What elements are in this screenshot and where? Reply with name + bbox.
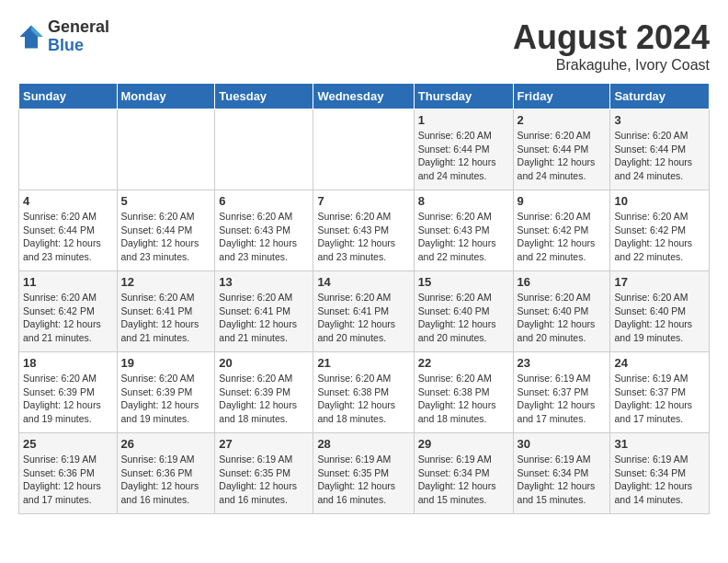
day-number: 8 (418, 194, 509, 208)
day-number: 28 (317, 437, 409, 451)
logo-icon (18, 24, 44, 50)
day-number: 19 (121, 356, 211, 370)
day-number: 17 (614, 275, 705, 289)
title-block: August 2024 Brakaguhe, Ivory Coast (513, 18, 710, 74)
day-info: Sunrise: 6:20 AM Sunset: 6:44 PM Dayligh… (518, 129, 607, 183)
calendar-cell-w2-d3: 6Sunrise: 6:20 AM Sunset: 6:43 PM Daylig… (215, 190, 313, 271)
calendar-week-2: 4Sunrise: 6:20 AM Sunset: 6:44 PM Daylig… (19, 190, 710, 271)
day-number: 12 (121, 275, 211, 289)
day-info: Sunrise: 6:19 AM Sunset: 6:37 PM Dayligh… (518, 372, 607, 426)
day-number: 5 (121, 194, 211, 208)
page-header: General Blue August 2024 Brakaguhe, Ivor… (18, 18, 710, 74)
calendar-cell-w3-d2: 12Sunrise: 6:20 AM Sunset: 6:41 PM Dayli… (117, 271, 215, 352)
day-info: Sunrise: 6:20 AM Sunset: 6:41 PM Dayligh… (121, 291, 211, 345)
day-info: Sunrise: 6:20 AM Sunset: 6:40 PM Dayligh… (518, 291, 607, 345)
day-number: 25 (23, 437, 113, 451)
day-number: 4 (23, 194, 113, 208)
day-number: 10 (614, 194, 705, 208)
calendar-cell-w2-d6: 9Sunrise: 6:20 AM Sunset: 6:42 PM Daylig… (513, 190, 610, 271)
calendar-cell-w5-d7: 31Sunrise: 6:19 AM Sunset: 6:34 PM Dayli… (610, 433, 710, 514)
day-number: 30 (518, 437, 607, 451)
calendar-week-5: 25Sunrise: 6:19 AM Sunset: 6:36 PM Dayli… (19, 433, 710, 514)
day-number: 15 (418, 275, 509, 289)
day-info: Sunrise: 6:20 AM Sunset: 6:38 PM Dayligh… (317, 372, 409, 426)
day-number: 20 (219, 356, 309, 370)
calendar-cell-w3-d6: 16Sunrise: 6:20 AM Sunset: 6:40 PM Dayli… (513, 271, 610, 352)
calendar-cell-w2-d4: 7Sunrise: 6:20 AM Sunset: 6:43 PM Daylig… (313, 190, 414, 271)
day-info: Sunrise: 6:20 AM Sunset: 6:43 PM Dayligh… (219, 210, 309, 264)
day-number: 6 (219, 194, 309, 208)
calendar-cell-w5-d6: 30Sunrise: 6:19 AM Sunset: 6:34 PM Dayli… (513, 433, 610, 514)
day-info: Sunrise: 6:19 AM Sunset: 6:36 PM Dayligh… (121, 453, 211, 507)
day-number: 14 (317, 275, 409, 289)
day-info: Sunrise: 6:20 AM Sunset: 6:39 PM Dayligh… (23, 372, 113, 426)
month-title: August 2024 (513, 18, 710, 57)
calendar-cell-w1-d6: 2Sunrise: 6:20 AM Sunset: 6:44 PM Daylig… (513, 109, 610, 190)
day-info: Sunrise: 6:20 AM Sunset: 6:42 PM Dayligh… (614, 210, 705, 264)
logo: General Blue (18, 18, 109, 55)
calendar-cell-w4-d5: 22Sunrise: 6:20 AM Sunset: 6:38 PM Dayli… (414, 352, 513, 433)
calendar-cell-w5-d1: 25Sunrise: 6:19 AM Sunset: 6:36 PM Dayli… (19, 433, 118, 514)
logo-text: General Blue (48, 18, 109, 55)
header-friday: Friday (513, 84, 610, 109)
day-info: Sunrise: 6:20 AM Sunset: 6:44 PM Dayligh… (23, 210, 113, 264)
calendar-cell-w4-d4: 21Sunrise: 6:20 AM Sunset: 6:38 PM Dayli… (313, 352, 414, 433)
day-info: Sunrise: 6:20 AM Sunset: 6:41 PM Dayligh… (219, 291, 309, 345)
weekday-header-row: Sunday Monday Tuesday Wednesday Thursday… (19, 84, 710, 109)
calendar-cell-w3-d3: 13Sunrise: 6:20 AM Sunset: 6:41 PM Dayli… (215, 271, 313, 352)
day-number: 7 (317, 194, 409, 208)
day-info: Sunrise: 6:19 AM Sunset: 6:34 PM Dayligh… (518, 453, 607, 507)
logo-general-text: General (48, 18, 109, 37)
day-info: Sunrise: 6:19 AM Sunset: 6:34 PM Dayligh… (614, 453, 705, 507)
day-number: 27 (219, 437, 309, 451)
calendar-cell-w4-d1: 18Sunrise: 6:20 AM Sunset: 6:39 PM Dayli… (19, 352, 118, 433)
day-info: Sunrise: 6:19 AM Sunset: 6:35 PM Dayligh… (317, 453, 409, 507)
location-title: Brakaguhe, Ivory Coast (513, 57, 710, 74)
calendar-cell-w5-d3: 27Sunrise: 6:19 AM Sunset: 6:35 PM Dayli… (215, 433, 313, 514)
header-saturday: Saturday (610, 84, 710, 109)
header-sunday: Sunday (19, 84, 118, 109)
calendar-cell-w5-d4: 28Sunrise: 6:19 AM Sunset: 6:35 PM Dayli… (313, 433, 414, 514)
day-number: 13 (219, 275, 309, 289)
calendar-cell-w2-d2: 5Sunrise: 6:20 AM Sunset: 6:44 PM Daylig… (117, 190, 215, 271)
day-info: Sunrise: 6:20 AM Sunset: 6:43 PM Dayligh… (317, 210, 409, 264)
calendar-cell-w4-d6: 23Sunrise: 6:19 AM Sunset: 6:37 PM Dayli… (513, 352, 610, 433)
calendar-cell-w3-d1: 11Sunrise: 6:20 AM Sunset: 6:42 PM Dayli… (19, 271, 118, 352)
day-info: Sunrise: 6:20 AM Sunset: 6:39 PM Dayligh… (121, 372, 211, 426)
calendar-cell-w1-d3 (215, 109, 313, 190)
calendar-cell-w2-d5: 8Sunrise: 6:20 AM Sunset: 6:43 PM Daylig… (414, 190, 513, 271)
calendar-table: Sunday Monday Tuesday Wednesday Thursday… (18, 83, 710, 514)
day-number: 31 (614, 437, 705, 451)
calendar-cell-w1-d5: 1Sunrise: 6:20 AM Sunset: 6:44 PM Daylig… (414, 109, 513, 190)
day-info: Sunrise: 6:20 AM Sunset: 6:42 PM Dayligh… (518, 210, 607, 264)
day-number: 11 (23, 275, 113, 289)
day-info: Sunrise: 6:19 AM Sunset: 6:37 PM Dayligh… (614, 372, 705, 426)
day-info: Sunrise: 6:20 AM Sunset: 6:40 PM Dayligh… (614, 291, 705, 345)
day-number: 22 (418, 356, 509, 370)
calendar-cell-w4-d7: 24Sunrise: 6:19 AM Sunset: 6:37 PM Dayli… (610, 352, 710, 433)
calendar-cell-w4-d2: 19Sunrise: 6:20 AM Sunset: 6:39 PM Dayli… (117, 352, 215, 433)
day-number: 16 (518, 275, 607, 289)
calendar-cell-w5-d2: 26Sunrise: 6:19 AM Sunset: 6:36 PM Dayli… (117, 433, 215, 514)
day-info: Sunrise: 6:19 AM Sunset: 6:34 PM Dayligh… (418, 453, 509, 507)
day-info: Sunrise: 6:20 AM Sunset: 6:38 PM Dayligh… (418, 372, 509, 426)
calendar-cell-w1-d4 (313, 109, 414, 190)
day-number: 24 (614, 356, 705, 370)
header-wednesday: Wednesday (313, 84, 414, 109)
day-info: Sunrise: 6:20 AM Sunset: 6:44 PM Dayligh… (121, 210, 211, 264)
day-info: Sunrise: 6:20 AM Sunset: 6:41 PM Dayligh… (317, 291, 409, 345)
day-info: Sunrise: 6:20 AM Sunset: 6:39 PM Dayligh… (219, 372, 309, 426)
day-info: Sunrise: 6:20 AM Sunset: 6:43 PM Dayligh… (418, 210, 509, 264)
calendar-cell-w1-d7: 3Sunrise: 6:20 AM Sunset: 6:44 PM Daylig… (610, 109, 710, 190)
calendar-cell-w4-d3: 20Sunrise: 6:20 AM Sunset: 6:39 PM Dayli… (215, 352, 313, 433)
calendar-week-3: 11Sunrise: 6:20 AM Sunset: 6:42 PM Dayli… (19, 271, 710, 352)
calendar-cell-w3-d7: 17Sunrise: 6:20 AM Sunset: 6:40 PM Dayli… (610, 271, 710, 352)
day-number: 18 (23, 356, 113, 370)
calendar-cell-w2-d1: 4Sunrise: 6:20 AM Sunset: 6:44 PM Daylig… (19, 190, 118, 271)
day-number: 9 (518, 194, 607, 208)
calendar-cell-w1-d1 (19, 109, 118, 190)
logo-blue-text: Blue (48, 37, 109, 55)
day-number: 2 (518, 113, 607, 127)
day-number: 29 (418, 437, 509, 451)
calendar-cell-w3-d5: 15Sunrise: 6:20 AM Sunset: 6:40 PM Dayli… (414, 271, 513, 352)
